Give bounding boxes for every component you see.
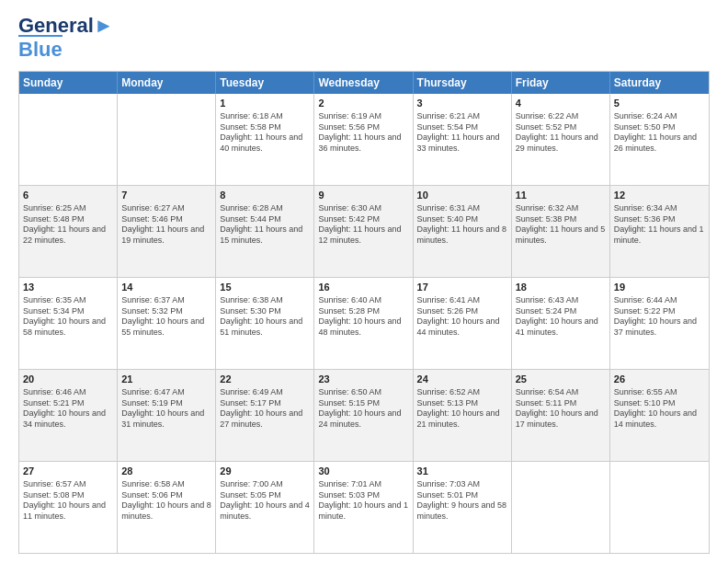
cell-info: Sunrise: 6:25 AMSunset: 5:48 PMDaylight:… bbox=[23, 203, 113, 247]
cal-cell bbox=[118, 94, 216, 185]
cell-info: Sunrise: 6:18 AMSunset: 5:58 PMDaylight:… bbox=[220, 111, 310, 155]
day-number: 10 bbox=[417, 189, 507, 202]
cell-info: Sunrise: 6:58 AMSunset: 5:06 PMDaylight:… bbox=[121, 479, 211, 523]
cell-info: Sunrise: 6:43 AMSunset: 5:24 PMDaylight:… bbox=[516, 295, 606, 339]
cal-cell: 3Sunrise: 6:21 AMSunset: 5:54 PMDaylight… bbox=[414, 94, 512, 185]
cal-cell bbox=[512, 462, 610, 553]
cal-cell: 9Sunrise: 6:30 AMSunset: 5:42 PMDaylight… bbox=[314, 186, 413, 277]
header-day-monday: Monday bbox=[118, 72, 216, 94]
day-number: 11 bbox=[516, 189, 606, 202]
cal-cell: 30Sunrise: 7:01 AMSunset: 5:03 PMDayligh… bbox=[314, 462, 413, 553]
cal-cell: 15Sunrise: 6:38 AMSunset: 5:30 PMDayligh… bbox=[216, 278, 314, 369]
cal-cell: 27Sunrise: 6:57 AMSunset: 5:08 PMDayligh… bbox=[19, 462, 118, 553]
cal-cell: 23Sunrise: 6:50 AMSunset: 5:15 PMDayligh… bbox=[314, 370, 413, 461]
cal-cell: 6Sunrise: 6:25 AMSunset: 5:48 PMDaylight… bbox=[19, 186, 118, 277]
cell-info: Sunrise: 6:38 AMSunset: 5:30 PMDaylight:… bbox=[220, 295, 310, 339]
calendar: SundayMondayTuesdayWednesdayThursdayFrid… bbox=[18, 71, 710, 554]
cell-info: Sunrise: 6:49 AMSunset: 5:17 PMDaylight:… bbox=[220, 387, 310, 431]
cell-info: Sunrise: 6:37 AMSunset: 5:32 PMDaylight:… bbox=[121, 295, 211, 339]
calendar-row-4: 27Sunrise: 6:57 AMSunset: 5:08 PMDayligh… bbox=[19, 461, 709, 553]
cal-cell: 25Sunrise: 6:54 AMSunset: 5:11 PMDayligh… bbox=[512, 370, 610, 461]
cell-info: Sunrise: 6:31 AMSunset: 5:40 PMDaylight:… bbox=[417, 203, 507, 247]
header-day-saturday: Saturday bbox=[610, 72, 709, 94]
cal-cell: 1Sunrise: 6:18 AMSunset: 5:58 PMDaylight… bbox=[216, 94, 314, 185]
cell-info: Sunrise: 6:28 AMSunset: 5:44 PMDaylight:… bbox=[220, 203, 310, 247]
day-number: 4 bbox=[516, 97, 606, 110]
day-number: 27 bbox=[23, 465, 113, 478]
day-number: 8 bbox=[220, 189, 310, 202]
logo-blue: Blue bbox=[18, 35, 63, 62]
cal-cell: 28Sunrise: 6:58 AMSunset: 5:06 PMDayligh… bbox=[118, 462, 216, 553]
logo-text: General► bbox=[18, 15, 114, 37]
cal-cell: 8Sunrise: 6:28 AMSunset: 5:44 PMDaylight… bbox=[216, 186, 314, 277]
day-number: 6 bbox=[23, 189, 113, 202]
day-number: 28 bbox=[121, 465, 211, 478]
cell-info: Sunrise: 6:21 AMSunset: 5:54 PMDaylight:… bbox=[417, 111, 507, 155]
cell-info: Sunrise: 6:44 AMSunset: 5:22 PMDaylight:… bbox=[614, 295, 705, 339]
calendar-header: SundayMondayTuesdayWednesdayThursdayFrid… bbox=[19, 72, 709, 94]
cell-info: Sunrise: 6:32 AMSunset: 5:38 PMDaylight:… bbox=[516, 203, 606, 247]
cell-info: Sunrise: 6:57 AMSunset: 5:08 PMDaylight:… bbox=[23, 479, 113, 523]
day-number: 24 bbox=[417, 373, 507, 386]
cell-info: Sunrise: 7:00 AMSunset: 5:05 PMDaylight:… bbox=[220, 479, 310, 523]
cal-cell: 14Sunrise: 6:37 AMSunset: 5:32 PMDayligh… bbox=[118, 278, 216, 369]
header-day-sunday: Sunday bbox=[19, 72, 118, 94]
cal-cell: 13Sunrise: 6:35 AMSunset: 5:34 PMDayligh… bbox=[19, 278, 118, 369]
day-number: 9 bbox=[318, 189, 408, 202]
day-number: 1 bbox=[220, 97, 310, 110]
day-number: 13 bbox=[23, 281, 113, 294]
cal-cell: 4Sunrise: 6:22 AMSunset: 5:52 PMDaylight… bbox=[512, 94, 610, 185]
day-number: 22 bbox=[220, 373, 310, 386]
calendar-row-1: 6Sunrise: 6:25 AMSunset: 5:48 PMDaylight… bbox=[19, 185, 709, 277]
day-number: 5 bbox=[614, 97, 705, 110]
page: General► Blue SundayMondayTuesdayWednesd… bbox=[0, 0, 728, 563]
header: General► Blue bbox=[18, 15, 710, 62]
cal-cell: 21Sunrise: 6:47 AMSunset: 5:19 PMDayligh… bbox=[118, 370, 216, 461]
cal-cell bbox=[610, 462, 709, 553]
cell-info: Sunrise: 7:03 AMSunset: 5:01 PMDaylight:… bbox=[417, 479, 507, 523]
header-day-thursday: Thursday bbox=[414, 72, 512, 94]
day-number: 3 bbox=[417, 97, 507, 110]
cell-info: Sunrise: 6:54 AMSunset: 5:11 PMDaylight:… bbox=[516, 387, 606, 431]
cell-info: Sunrise: 6:22 AMSunset: 5:52 PMDaylight:… bbox=[516, 111, 606, 155]
day-number: 25 bbox=[516, 373, 606, 386]
day-number: 18 bbox=[516, 281, 606, 294]
day-number: 7 bbox=[121, 189, 211, 202]
cal-cell: 19Sunrise: 6:44 AMSunset: 5:22 PMDayligh… bbox=[610, 278, 709, 369]
cell-info: Sunrise: 6:40 AMSunset: 5:28 PMDaylight:… bbox=[318, 295, 408, 339]
cal-cell: 18Sunrise: 6:43 AMSunset: 5:24 PMDayligh… bbox=[512, 278, 610, 369]
cal-cell: 12Sunrise: 6:34 AMSunset: 5:36 PMDayligh… bbox=[610, 186, 709, 277]
cell-info: Sunrise: 6:41 AMSunset: 5:26 PMDaylight:… bbox=[417, 295, 507, 339]
calendar-row-2: 13Sunrise: 6:35 AMSunset: 5:34 PMDayligh… bbox=[19, 277, 709, 369]
calendar-body: 1Sunrise: 6:18 AMSunset: 5:58 PMDaylight… bbox=[19, 94, 709, 553]
cell-info: Sunrise: 6:27 AMSunset: 5:46 PMDaylight:… bbox=[121, 203, 211, 247]
day-number: 15 bbox=[220, 281, 310, 294]
day-number: 31 bbox=[417, 465, 507, 478]
logo: General► Blue bbox=[18, 15, 114, 62]
cell-info: Sunrise: 6:52 AMSunset: 5:13 PMDaylight:… bbox=[417, 387, 507, 431]
cal-cell: 10Sunrise: 6:31 AMSunset: 5:40 PMDayligh… bbox=[414, 186, 512, 277]
cal-cell: 17Sunrise: 6:41 AMSunset: 5:26 PMDayligh… bbox=[414, 278, 512, 369]
day-number: 30 bbox=[318, 465, 408, 478]
day-number: 17 bbox=[417, 281, 507, 294]
day-number: 2 bbox=[318, 97, 408, 110]
cell-info: Sunrise: 6:24 AMSunset: 5:50 PMDaylight:… bbox=[614, 111, 705, 155]
cal-cell: 16Sunrise: 6:40 AMSunset: 5:28 PMDayligh… bbox=[314, 278, 413, 369]
day-number: 26 bbox=[614, 373, 705, 386]
cal-cell: 24Sunrise: 6:52 AMSunset: 5:13 PMDayligh… bbox=[414, 370, 512, 461]
cal-cell: 2Sunrise: 6:19 AMSunset: 5:56 PMDaylight… bbox=[314, 94, 413, 185]
day-number: 14 bbox=[121, 281, 211, 294]
day-number: 29 bbox=[220, 465, 310, 478]
cell-info: Sunrise: 6:35 AMSunset: 5:34 PMDaylight:… bbox=[23, 295, 113, 339]
calendar-row-0: 1Sunrise: 6:18 AMSunset: 5:58 PMDaylight… bbox=[19, 94, 709, 185]
logo-general: General bbox=[18, 14, 94, 37]
day-number: 20 bbox=[23, 373, 113, 386]
cell-info: Sunrise: 6:47 AMSunset: 5:19 PMDaylight:… bbox=[121, 387, 211, 431]
cell-info: Sunrise: 6:19 AMSunset: 5:56 PMDaylight:… bbox=[318, 111, 408, 155]
day-number: 12 bbox=[614, 189, 705, 202]
calendar-row-3: 20Sunrise: 6:46 AMSunset: 5:21 PMDayligh… bbox=[19, 369, 709, 461]
cell-info: Sunrise: 6:46 AMSunset: 5:21 PMDaylight:… bbox=[23, 387, 113, 431]
day-number: 21 bbox=[121, 373, 211, 386]
cal-cell: 31Sunrise: 7:03 AMSunset: 5:01 PMDayligh… bbox=[414, 462, 512, 553]
cal-cell: 26Sunrise: 6:55 AMSunset: 5:10 PMDayligh… bbox=[610, 370, 709, 461]
